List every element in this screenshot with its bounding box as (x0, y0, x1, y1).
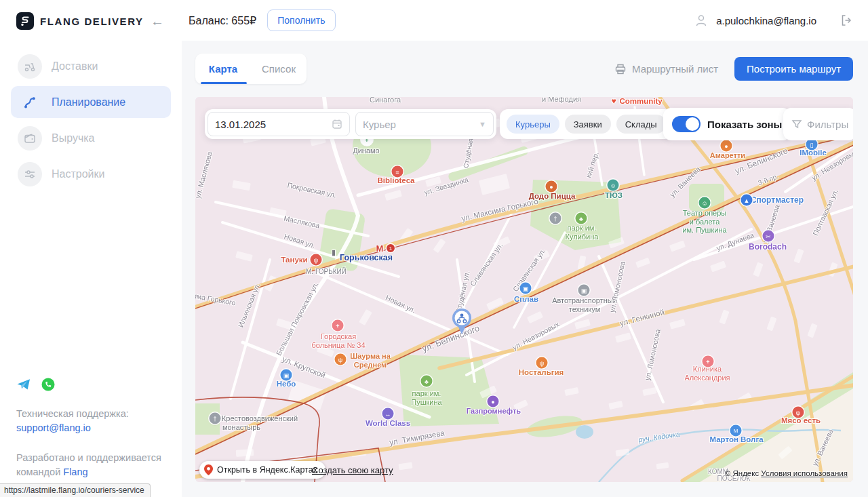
courier-placeholder: Курьер (363, 119, 396, 130)
sidebar-item-label: Выручка (52, 132, 94, 144)
user-avatar-icon (693, 12, 709, 28)
map-poi: + (703, 356, 714, 367)
map-poi: М (730, 425, 742, 437)
calendar-icon (332, 119, 342, 130)
tab-map[interactable]: Карта (195, 54, 251, 84)
map-poi: ▲ (741, 195, 753, 206)
map-label: Biblioteca (378, 176, 415, 185)
filters-button[interactable]: Фильтры (783, 108, 853, 140)
open-in-yandex-button[interactable]: Открыть в Яндекс.Картах (199, 461, 326, 479)
logo-row: FLANG DELIVERY ← (0, 0, 182, 30)
map-pin-icon (204, 464, 213, 475)
map-labels: Синагогаи МефодияCommunityДинамоBibliote… (195, 97, 853, 482)
map-label: кий пер. (584, 151, 600, 178)
sidebar-collapse-arrow[interactable]: ← (151, 14, 164, 28)
telegram-icon[interactable] (16, 377, 31, 392)
tab-list[interactable]: Список (251, 54, 307, 84)
map-label: Community (619, 97, 662, 106)
map-poi: ▣ (520, 283, 532, 294)
map-poi: ψ (793, 407, 804, 418)
map-poi: ↔ (382, 408, 394, 420)
map-poi: ψ (335, 354, 347, 365)
user-email: a.pulochkina@flang.io (716, 15, 816, 26)
status-bar-url: https://lastmile.flang.io/couriers-servi… (0, 483, 151, 497)
map-label: ул. Ванеева (810, 428, 835, 467)
chip-Курьеры[interactable]: Курьеры (507, 115, 559, 134)
courier-select[interactable]: Курьер ▼ (355, 112, 494, 136)
whatsapp-icon[interactable] (41, 377, 56, 392)
show-zones-toggle[interactable] (672, 116, 701, 132)
map-label: Шаурма на Среднем (350, 352, 391, 369)
map-poi: ▮ (332, 248, 336, 257)
map-label: ул. Ломоносова (608, 260, 627, 313)
printer-icon (614, 63, 627, 75)
map-poi: 1 (387, 244, 395, 252)
map-poi: ♥ (611, 97, 616, 106)
courier-map-pin[interactable] (448, 304, 475, 336)
map-label: Новая ул. (384, 294, 417, 315)
route-sheet-button[interactable]: Маршрутный лист (614, 63, 718, 75)
map-poi: ▣ (281, 370, 292, 381)
map-label: Городская больница № 34 (311, 332, 365, 349)
map-label: Театр оперы и балета им. Пушкина (682, 209, 726, 235)
map-label: 3-й пр. (757, 172, 779, 186)
build-route-button[interactable]: Построить маршрут (734, 57, 853, 81)
funnel-icon (791, 119, 802, 130)
map-label: ул. Максима Горького (460, 197, 539, 224)
yandex-copyright: © Яндекс (725, 469, 759, 477)
topup-button[interactable]: Пополнить (267, 9, 335, 31)
map-label: Славянская ул. (469, 241, 505, 287)
sidebar-item-deliveries[interactable]: Доставки (11, 50, 171, 82)
map-poi: ♣ (421, 376, 433, 387)
view-tabs: Карта Список (195, 54, 307, 84)
terms-of-use-link[interactable]: Условия использования (761, 469, 848, 477)
map-label: ул. Ломоносова (643, 328, 662, 381)
zones-label: Показать зоны (707, 119, 782, 130)
sidebar-menu: Доставки Планирование (0, 50, 182, 190)
map-label: Динамо (353, 146, 379, 155)
map-controls-panel: 13.01.2025 Курьер ▼ (205, 109, 496, 139)
map-poi: ▯ (806, 139, 818, 151)
map-poi: ψ (536, 357, 548, 369)
sidebar-footer: Техническая поддержка: support@flang.io … (16, 377, 168, 479)
map-label: Мартон Волга (709, 435, 763, 444)
date-input[interactable]: 13.01.2025 (208, 112, 350, 136)
map-canvas[interactable]: Синагогаи МефодияCommunityДинамоBibliote… (195, 97, 853, 482)
map-poi: ▣ (578, 285, 590, 296)
map-label: ул. Тимирязева (389, 429, 445, 447)
support-email-link[interactable]: support@flang.io (16, 422, 168, 433)
create-map-link[interactable]: Создать свою карту (312, 465, 393, 475)
flang-link[interactable]: Flang (63, 466, 87, 477)
sidebar-item-revenue[interactable]: Выручка (11, 122, 171, 154)
brand-name: FLANG DELIVERY (40, 16, 144, 27)
content: Карта Список Маршрутный лист (182, 41, 868, 497)
delivery-icon (18, 54, 42, 79)
main-area: Баланс: 655₽ Пополнить a.pulochkina@flan… (182, 0, 868, 497)
map-label: Амаретти (710, 151, 745, 160)
sliders-icon (18, 162, 42, 186)
sidebar-item-settings[interactable]: Настройки (11, 158, 171, 190)
map-label: руч. Кадочка (638, 430, 681, 443)
map-poi: ≡ (392, 166, 403, 178)
sidebar-item-planning[interactable]: Планирование (11, 86, 171, 118)
map-label: Крестовоздвиженский (222, 414, 298, 423)
map-poi: † (210, 413, 221, 424)
map-copyright: © Яндекс Условия использования (725, 469, 848, 477)
map-label: Покровская ул. (287, 180, 338, 199)
map-filter-chips: КурьерыЗаявкиСклады (500, 109, 673, 139)
map-label: ул. Невзоровых (511, 320, 560, 352)
map-label: IMobile (800, 148, 827, 157)
map-label: М. ГОРЬКИЙ (306, 268, 347, 276)
topbar: Баланс: 655₽ Пополнить a.pulochkina@flan… (182, 0, 868, 41)
chip-Склады[interactable]: Склады (616, 115, 666, 134)
map-label: Borodach (749, 243, 787, 252)
logout-icon[interactable] (840, 14, 853, 27)
route-icon (18, 90, 42, 115)
map-poi: ♣ (576, 213, 587, 224)
map-label: и Мефодия (542, 97, 581, 103)
chip-Заявки[interactable]: Заявки (565, 115, 611, 134)
map-label: ул. Маслякова (195, 151, 214, 199)
map-poi: + (332, 320, 344, 332)
map-label: Додо Пицца (529, 192, 576, 201)
map-poi: † (550, 213, 561, 224)
